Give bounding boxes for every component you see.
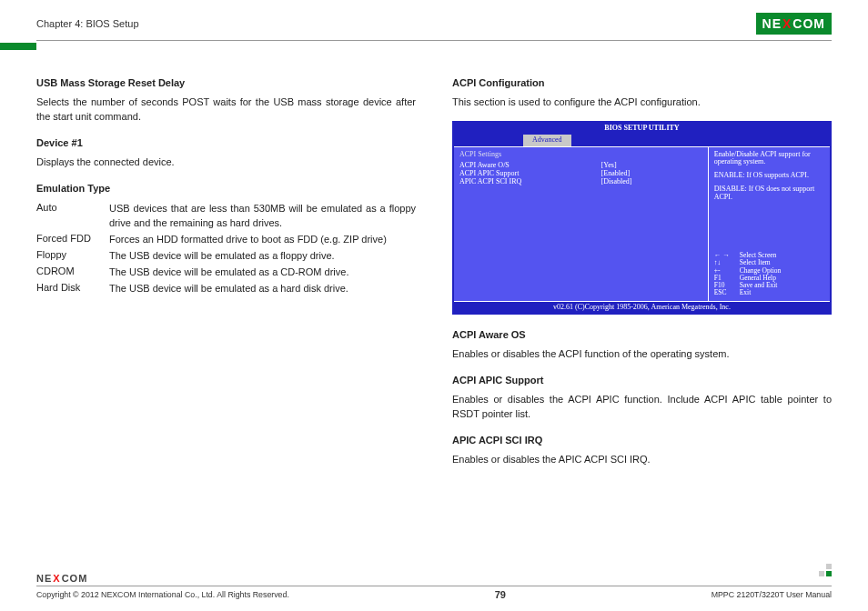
heading-acpi-config: ACPI Configuration: [452, 77, 832, 88]
heading-usb-reset-delay: USB Mass Storage Reset Delay: [36, 77, 416, 88]
logo-x: X: [52, 573, 61, 584]
text-acpi-config: This section is used to configure the AC…: [452, 95, 832, 110]
left-column: USB Mass Storage Reset Delay Selects the…: [36, 77, 416, 467]
text-apic-acpi-sci-irq: Enables or disables the APIC ACPI SCI IR…: [452, 453, 832, 467]
bios-key-row: ESCExit: [714, 289, 824, 296]
emu-key: Floppy: [36, 248, 109, 265]
page-number: 79: [495, 589, 506, 600]
logo-post: COM: [792, 16, 825, 31]
emu-val: The USB device will be emulated as a har…: [109, 281, 416, 297]
heading-acpi-apic-support: ACPI APIC Support: [452, 375, 832, 386]
heading-apic-acpi-sci-irq: APIC ACPI SCI IRQ: [452, 435, 832, 446]
text-acpi-apic-support: Enables or disables the ACPI APIC functi…: [452, 393, 832, 422]
bios-key: ESC: [714, 289, 740, 296]
heading-acpi-aware-os: ACPI Aware OS: [452, 329, 832, 340]
nexcom-logo: NEXCOM: [756, 13, 832, 35]
bios-section-label: ACPI Settings: [459, 151, 702, 159]
bios-key-hints: ← →Select Screen ↑↓Select Item +-Change …: [714, 252, 824, 297]
bios-help-line: ENABLE: If OS supports ACPI.: [714, 172, 824, 180]
bios-body: ACPI Settings ACPI Aware O/S[Yes] ACPI A…: [454, 146, 830, 301]
page-footer: NEXCOM Copyright © 2012 NEXCOM Internati…: [36, 573, 832, 600]
footer-logo: NEXCOM: [36, 573, 87, 584]
table-row: AutoUSB devices that are less than 530MB…: [36, 201, 416, 232]
bios-key-row: F10Save and Exit: [714, 282, 824, 289]
bios-row: APIC ACPI SCI IRQ[Disabled]: [459, 178, 702, 186]
bios-tab-bar: Advanced: [454, 135, 830, 146]
heading-device-1: Device #1: [36, 137, 416, 148]
bios-key-label: Exit: [740, 289, 752, 296]
manual-name: MPPC 2120T/3220T User Manual: [712, 590, 832, 599]
emu-key: Forced FDD: [36, 232, 109, 248]
bios-help-text: Enable/Disable ACPI support for operatin…: [714, 151, 824, 202]
text-usb-reset-delay: Selects the number of seconds POST waits…: [36, 95, 416, 125]
emu-key: Hard Disk: [36, 281, 109, 297]
emu-key: CDROM: [36, 265, 109, 281]
table-row: CDROMThe USB device will be emulated as …: [36, 265, 416, 281]
content-columns: USB Mass Storage Reset Delay Selects the…: [36, 77, 832, 467]
footer-decoration: [815, 566, 832, 576]
bios-row-key: APIC ACPI SCI IRQ: [459, 178, 601, 186]
bios-tab-spacer: [458, 135, 523, 146]
bios-tab-advanced: Advanced: [523, 135, 570, 146]
bios-right-pane: Enable/Disable ACPI support for operatin…: [709, 147, 830, 301]
table-row: Forced FDDForces an HDD formatted drive …: [36, 232, 416, 248]
bios-help-line: Enable/Disable ACPI support for operatin…: [714, 151, 824, 167]
logo-post: COM: [62, 573, 88, 584]
text-device-1: Displays the connected device.: [36, 155, 416, 170]
copyright-text: Copyright © 2012 NEXCOM International Co…: [36, 590, 289, 599]
table-row: FloppyThe USB device will be emulated as…: [36, 248, 416, 265]
bios-footer: v02.61 (C)Copyright 1985-2006, American …: [454, 301, 830, 314]
bios-screenshot: BIOS SETUP UTILITY Advanced ACPI Setting…: [452, 121, 832, 315]
bios-tab-spacer: [571, 135, 826, 146]
bios-help-line: DISABLE: If OS does not support ACPI.: [714, 185, 824, 202]
right-column: ACPI Configuration This section is used …: [452, 77, 832, 467]
logo-pre: NE: [36, 573, 52, 584]
logo-pre: NE: [762, 16, 782, 31]
accent-bar: [0, 43, 36, 50]
bios-title: BIOS SETUP UTILITY: [454, 123, 830, 135]
emu-val: USB devices that are less than 530MB wil…: [109, 201, 416, 232]
heading-emulation-type: Emulation Type: [36, 183, 416, 194]
emu-val: The USB device will be emulated as a CD-…: [109, 265, 416, 281]
bios-row-val: [Disabled]: [601, 178, 702, 186]
emu-val: The USB device will be emulated as a flo…: [109, 248, 416, 265]
emulation-type-table: AutoUSB devices that are less than 530MB…: [36, 201, 416, 297]
table-row: Hard DiskThe USB device will be emulated…: [36, 281, 416, 297]
logo-x: X: [782, 16, 792, 31]
page-header: Chapter 4: BIOS Setup NEXCOM: [36, 13, 832, 41]
emu-key: Auto: [36, 201, 109, 232]
text-acpi-aware-os: Enables or disables the ACPI function of…: [452, 347, 832, 362]
bios-left-pane: ACPI Settings ACPI Aware O/S[Yes] ACPI A…: [454, 147, 709, 301]
chapter-label: Chapter 4: BIOS Setup: [36, 18, 139, 29]
footer-line: Copyright © 2012 NEXCOM International Co…: [36, 586, 832, 600]
emu-val: Forces an HDD formatted drive to boot as…: [109, 232, 416, 248]
